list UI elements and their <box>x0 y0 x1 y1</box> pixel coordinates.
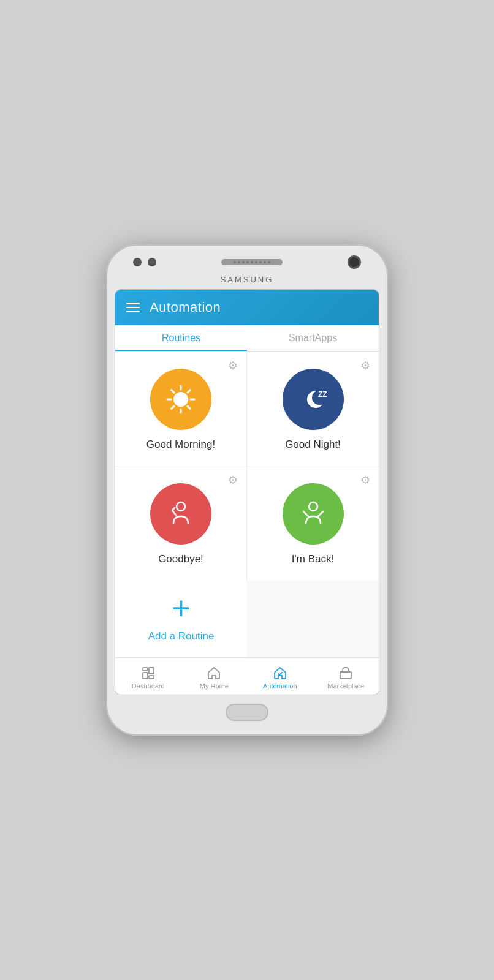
goodbye-icon-circle <box>150 483 211 545</box>
home-icon <box>207 666 221 680</box>
brand-label: SAMSUNG <box>115 275 379 284</box>
svg-text:ZZ: ZZ <box>318 390 327 399</box>
im-back-label: I'm Back! <box>292 553 334 565</box>
nav-dashboard-label: Dashboard <box>132 682 165 690</box>
menu-button[interactable] <box>126 303 140 312</box>
phone-screen: Automation Routines SmartApps ⚙ <box>115 289 379 695</box>
moon-icon: ZZ <box>296 382 330 417</box>
svg-rect-15 <box>149 676 154 679</box>
gear-icon-good-morning[interactable]: ⚙ <box>228 359 238 372</box>
routine-good-night[interactable]: ⚙ ZZ Good Night! <box>247 352 379 466</box>
phone-sensors <box>133 258 156 266</box>
hamburger-line-2 <box>126 307 140 309</box>
phone-speaker <box>221 259 283 265</box>
nav-automation-label: Automation <box>263 682 297 690</box>
tab-smartapps[interactable]: SmartApps <box>247 325 379 351</box>
phone-frame: SAMSUNG Automation Routines SmartApps ⚙ <box>106 244 388 736</box>
goodbye-icon <box>164 497 198 531</box>
add-routine-row: + Add a Routine <box>115 580 379 658</box>
phone-top-hardware <box>115 255 379 275</box>
add-routine-label: Add a Routine <box>148 630 215 643</box>
nav-my-home-label: My Home <box>200 682 229 690</box>
routine-good-morning[interactable]: ⚙ Good Morning! <box>115 352 247 466</box>
gear-icon-good-night[interactable]: ⚙ <box>360 359 370 372</box>
sensor-dot-1 <box>133 258 142 266</box>
add-plus-icon: + <box>172 592 190 624</box>
nav-marketplace[interactable]: Marketplace <box>313 663 379 692</box>
goodbye-label: Goodbye! <box>158 553 203 565</box>
sun-icon <box>164 382 198 417</box>
good-night-icon-circle: ZZ <box>283 369 344 430</box>
routine-im-back[interactable]: ⚙ I'm Back! <box>247 466 379 580</box>
svg-line-7 <box>188 390 190 393</box>
app-header: Automation <box>115 290 379 325</box>
nav-dashboard[interactable]: Dashboard <box>115 663 181 692</box>
good-morning-icon-circle <box>150 369 211 430</box>
tabs-bar: Routines SmartApps <box>115 325 379 352</box>
app-title: Automation <box>150 300 221 315</box>
svg-rect-14 <box>149 668 154 674</box>
gear-icon-im-back[interactable]: ⚙ <box>360 473 370 487</box>
svg-point-10 <box>177 502 185 511</box>
svg-rect-13 <box>143 673 148 679</box>
svg-line-6 <box>188 406 190 409</box>
sensor-dot-2 <box>148 258 156 266</box>
routine-goodbye[interactable]: ⚙ Goodbye! <box>115 466 247 580</box>
bottom-nav: Dashboard My Home Automation <box>115 658 379 695</box>
hamburger-line-1 <box>126 303 140 304</box>
nav-my-home[interactable]: My Home <box>181 663 248 692</box>
svg-rect-12 <box>143 668 148 671</box>
hamburger-line-3 <box>126 311 140 312</box>
marketplace-icon <box>338 666 353 680</box>
home-button[interactable] <box>226 704 268 721</box>
im-back-icon-circle <box>283 483 344 545</box>
im-back-icon <box>296 497 330 531</box>
phone-bottom-hardware <box>115 695 379 725</box>
empty-grid-cell <box>247 580 379 658</box>
add-routine-cell[interactable]: + Add a Routine <box>115 580 247 658</box>
automation-icon <box>273 666 287 680</box>
svg-line-8 <box>172 406 174 409</box>
dashboard-icon <box>141 666 156 680</box>
nav-automation[interactable]: Automation <box>247 663 313 692</box>
svg-rect-16 <box>340 672 351 679</box>
svg-line-5 <box>172 390 174 393</box>
good-morning-label: Good Morning! <box>146 439 215 451</box>
tab-routines[interactable]: Routines <box>115 325 247 351</box>
phone-camera <box>348 255 361 269</box>
routines-grid: ⚙ Good Morning! <box>115 352 379 580</box>
good-night-label: Good Night! <box>285 439 341 451</box>
nav-marketplace-label: Marketplace <box>327 682 364 690</box>
gear-icon-goodbye[interactable]: ⚙ <box>228 473 238 487</box>
svg-point-11 <box>309 502 317 511</box>
svg-point-0 <box>173 392 188 407</box>
